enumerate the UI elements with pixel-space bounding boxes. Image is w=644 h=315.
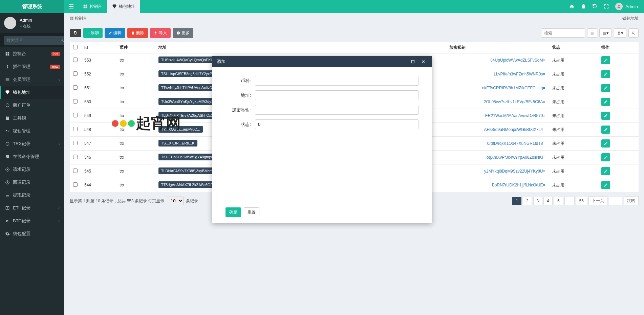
diamond-icon [112,4,117,9]
tab-label: 钱包地址 [119,4,135,9]
logo: 管理系统 [0,0,64,13]
user-name: Admin [625,4,638,9]
header-right: Admin [569,3,644,10]
fullscreen-icon[interactable] [604,4,609,9]
tab-dashboard[interactable]: 控制台 [78,0,107,13]
svg-point-0 [618,5,620,6]
tab-wallet-address[interactable]: 钱包地址 [107,0,140,13]
trash-icon[interactable] [581,4,586,9]
user-menu[interactable]: Admin [615,3,638,10]
dashboard-icon [83,4,88,9]
sidebar-toggle-button[interactable] [64,0,78,13]
home-icon[interactable] [569,4,575,9]
avatar-icon [615,3,623,10]
refresh-icon[interactable] [592,4,598,9]
tab-label: 控制台 [90,4,102,9]
top-header: 管理系统 控制台 钱包地址 Admin [0,0,644,13]
